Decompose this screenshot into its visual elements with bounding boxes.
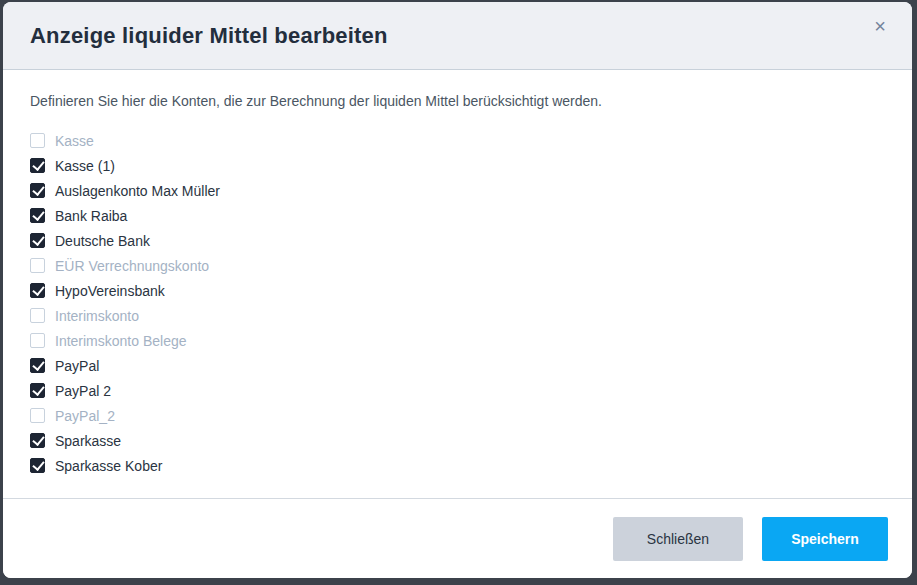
account-label: PayPal_2 [55, 408, 115, 424]
checkbox-icon[interactable] [30, 358, 45, 373]
account-checkbox-row[interactable]: Interimskonto Belege [30, 328, 885, 353]
close-button[interactable]: Schließen [613, 517, 743, 561]
dialog-header: Anzeige liquider Mittel bearbeiten × [3, 2, 912, 70]
account-checkbox-row[interactable]: Kasse [30, 128, 885, 153]
edit-liquid-funds-dialog: Anzeige liquider Mittel bearbeiten × Def… [3, 2, 912, 578]
account-checkbox-row[interactable]: EÜR Verrechnungskonto [30, 253, 885, 278]
checkbox-icon[interactable] [30, 458, 45, 473]
checkbox-icon[interactable] [30, 133, 45, 148]
account-label: PayPal 2 [55, 383, 111, 399]
account-checkbox-row[interactable]: Interimskonto [30, 303, 885, 328]
checkbox-icon[interactable] [30, 433, 45, 448]
account-checkbox-row[interactable]: PayPal 2 [30, 378, 885, 403]
checkbox-icon[interactable] [30, 383, 45, 398]
checkbox-icon[interactable] [30, 333, 45, 348]
accounts-list: Kasse Kasse (1) Auslagenkonto Max Müller… [30, 128, 885, 478]
checkbox-icon[interactable] [30, 283, 45, 298]
account-label: Sparkasse Kober [55, 458, 162, 474]
account-label: Kasse (1) [55, 158, 115, 174]
account-checkbox-row[interactable]: PayPal_2 [30, 403, 885, 428]
account-label: Interimskonto Belege [55, 333, 187, 349]
checkbox-icon[interactable] [30, 208, 45, 223]
dialog-body: Definieren Sie hier die Konten, die zur … [3, 70, 912, 498]
account-label: Kasse [55, 133, 94, 149]
save-button[interactable]: Speichern [762, 517, 888, 561]
checkbox-icon[interactable] [30, 258, 45, 273]
account-checkbox-row[interactable]: Bank Raiba [30, 203, 885, 228]
account-label: Auslagenkonto Max Müller [55, 183, 220, 199]
account-checkbox-row[interactable]: Deutsche Bank [30, 228, 885, 253]
checkbox-icon[interactable] [30, 158, 45, 173]
account-checkbox-row[interactable]: HypoVereinsbank [30, 278, 885, 303]
checkbox-icon[interactable] [30, 408, 45, 423]
account-label: Sparkasse [55, 433, 121, 449]
account-label: PayPal [55, 358, 99, 374]
checkbox-icon[interactable] [30, 308, 45, 323]
account-checkbox-row[interactable]: Sparkasse Kober [30, 453, 885, 478]
account-label: Deutsche Bank [55, 233, 150, 249]
dialog-description: Definieren Sie hier die Konten, die zur … [30, 93, 885, 109]
account-checkbox-row[interactable]: Sparkasse [30, 428, 885, 453]
checkbox-icon[interactable] [30, 233, 45, 248]
account-label: HypoVereinsbank [55, 283, 165, 299]
account-label: Interimskonto [55, 308, 139, 324]
account-label: EÜR Verrechnungskonto [55, 258, 209, 274]
account-checkbox-row[interactable]: Kasse (1) [30, 153, 885, 178]
account-checkbox-row[interactable]: Auslagenkonto Max Müller [30, 178, 885, 203]
account-checkbox-row[interactable]: PayPal [30, 353, 885, 378]
checkbox-icon[interactable] [30, 183, 45, 198]
dialog-footer: Schließen Speichern [3, 498, 912, 578]
close-icon[interactable]: × [868, 14, 892, 38]
dialog-title: Anzeige liquider Mittel bearbeiten [30, 23, 388, 49]
account-label: Bank Raiba [55, 208, 127, 224]
